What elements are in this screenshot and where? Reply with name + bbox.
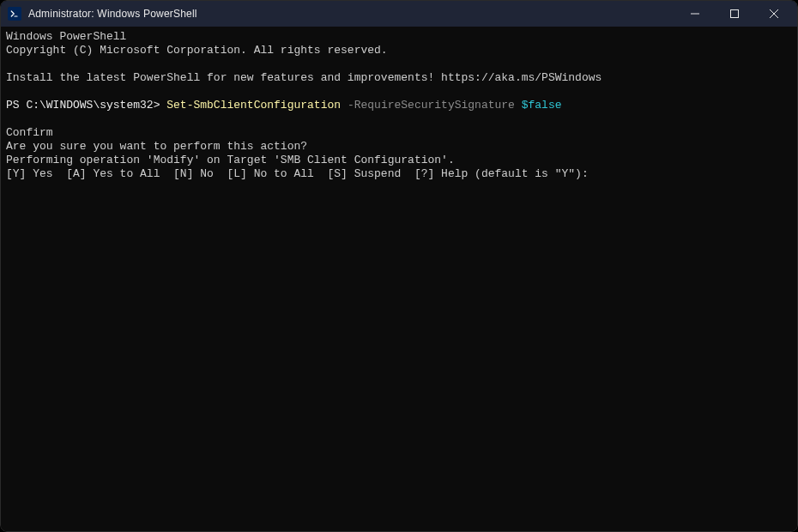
minimize-button[interactable] (675, 1, 715, 27)
titlebar[interactable]: Administrator: Windows PowerShell (1, 1, 797, 27)
powershell-icon (8, 7, 21, 21)
powershell-window: Administrator: Windows PowerShell Window… (0, 0, 798, 532)
window-title: Administrator: Windows PowerShell (28, 8, 675, 20)
maximize-button[interactable] (715, 1, 754, 27)
prompt-text: PS C:\WINDOWS\system32> (6, 99, 166, 112)
param-text: -RequireSecuritySignature (341, 99, 522, 112)
confirm-question: Are you sure you want to perform this ac… (6, 140, 792, 154)
svg-rect-2 (731, 10, 739, 18)
close-button[interactable] (754, 1, 794, 27)
output-line: Copyright (C) Microsoft Corporation. All… (6, 44, 792, 57)
confirm-header: Confirm (6, 126, 792, 140)
output-line: Windows PowerShell (6, 30, 792, 44)
value-text: $false (522, 99, 562, 112)
output-line (6, 112, 792, 126)
output-line: Install the latest PowerShell for new fe… (6, 71, 792, 85)
window-controls (675, 1, 794, 27)
confirm-choices: [Y] Yes [A] Yes to All [N] No [L] No to … (6, 167, 792, 181)
command-line: PS C:\WINDOWS\system32> Set-SmbClientCon… (6, 99, 792, 112)
output-line (6, 57, 792, 71)
confirm-operation: Performing operation 'Modify' on Target … (6, 154, 792, 167)
terminal-output[interactable]: Windows PowerShellCopyright (C) Microsof… (1, 27, 797, 531)
command-text: Set-SmbClientConfiguration (166, 99, 341, 112)
output-line (6, 85, 792, 99)
